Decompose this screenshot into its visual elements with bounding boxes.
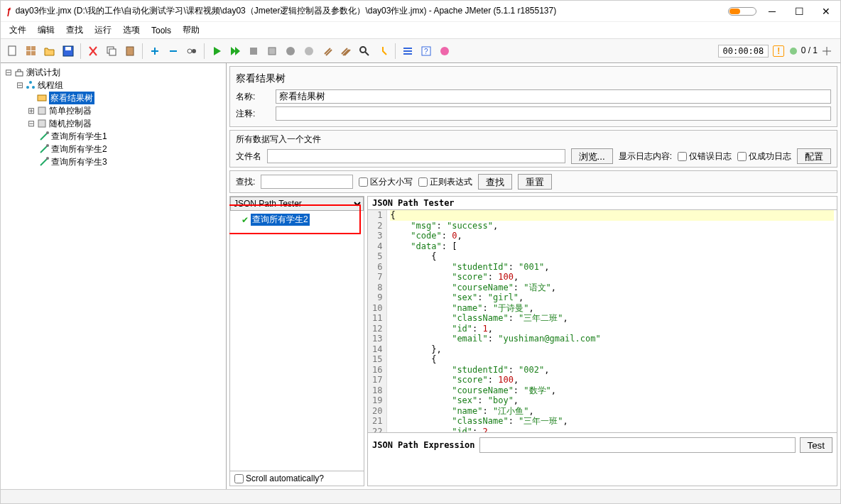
templates-button[interactable] <box>23 43 40 60</box>
expand-button[interactable] <box>146 43 163 60</box>
toggle-button[interactable] <box>183 43 200 60</box>
find-button[interactable]: 查找 <box>478 174 512 190</box>
stop-button[interactable] <box>245 43 262 60</box>
svg-point-33 <box>46 157 49 160</box>
cut-button[interactable] <box>85 43 102 60</box>
help-button[interactable]: ? <box>418 43 435 60</box>
statusbar <box>1 489 840 503</box>
svg-point-15 <box>305 47 313 55</box>
new-button[interactable] <box>4 43 21 60</box>
header-panel: 察看结果树 名称: 注释: <box>229 66 837 127</box>
menu-options[interactable]: 选项 <box>119 23 144 38</box>
svg-rect-28 <box>38 95 46 101</box>
tree-request-1[interactable]: 查询所有学生1 <box>51 130 107 143</box>
svg-rect-1 <box>26 46 31 50</box>
json-viewer[interactable]: 12345678910111213141516171819202122 { "m… <box>368 210 837 432</box>
reset-button[interactable]: 重置 <box>518 174 552 190</box>
comment-input[interactable] <box>276 106 831 121</box>
tree-view-results[interactable]: 察看结果树 <box>49 92 94 104</box>
jsonpath-input[interactable] <box>479 437 796 453</box>
tree-test-plan[interactable]: 测试计划 <box>26 66 60 79</box>
svg-rect-3 <box>26 51 31 55</box>
comment-label: 注释: <box>236 108 271 120</box>
jsonpath-test-button[interactable]: Test <box>800 437 832 453</box>
only-error-checkbox[interactable]: 仅错误日志 <box>678 150 732 163</box>
shutdown-button[interactable] <box>264 43 281 60</box>
menu-search[interactable]: 查找 <box>62 23 87 38</box>
what-button[interactable] <box>436 43 453 60</box>
menu-help[interactable]: 帮助 <box>178 23 204 38</box>
result-item-label: 查询所有学生2 <box>251 214 310 226</box>
menu-run[interactable]: 运行 <box>90 23 116 38</box>
scroll-auto-checkbox[interactable]: Scroll automatically? <box>234 473 324 483</box>
svg-rect-12 <box>250 48 257 55</box>
filename-input[interactable] <box>267 149 565 163</box>
collapse-button[interactable] <box>165 43 182 60</box>
results-tree[interactable]: ✔ 查询所有学生2 <box>230 211 364 471</box>
window-title: day03作业.jmx (D:\我的工作\自动化测试学习\课程视频\day03（… <box>16 5 728 17</box>
tree-simple-controller[interactable]: 简单控制器 <box>49 104 92 117</box>
minimize-button[interactable]: ─ <box>764 6 781 17</box>
open-button[interactable] <box>41 43 58 60</box>
svg-rect-13 <box>268 48 276 55</box>
render-dropdown[interactable]: JSON Path Tester <box>230 197 364 211</box>
maximize-button[interactable]: ☐ <box>791 6 808 17</box>
close-button[interactable]: ✕ <box>818 6 835 17</box>
name-input[interactable] <box>276 89 831 104</box>
clear-all-button[interactable] <box>337 43 354 60</box>
search-input[interactable] <box>261 175 353 189</box>
toolbar-right: 00:00:08 ! 0 / 1 <box>718 45 838 57</box>
detail-tab[interactable]: JSON Path Tester <box>368 197 837 210</box>
function-helper-button[interactable] <box>399 43 416 60</box>
start-noTimers-button[interactable] <box>227 43 244 60</box>
search-label: 查找: <box>236 176 255 188</box>
clear-button[interactable] <box>319 43 336 60</box>
filename-label: 文件名 <box>236 150 261 163</box>
save-button[interactable] <box>60 43 77 60</box>
copy-button[interactable] <box>103 43 120 60</box>
svg-rect-6 <box>65 47 71 50</box>
result-item[interactable]: ✔ 查询所有学生2 <box>233 214 361 226</box>
svg-rect-30 <box>38 120 45 127</box>
content-area: JSON Path Tester ✔ 查询所有学生2 Scroll automa… <box>229 196 837 486</box>
show-log-label: 显示日志内容: <box>619 150 672 163</box>
browse-button[interactable]: 浏览... <box>571 148 613 164</box>
expand-panel-icon[interactable] <box>822 46 832 56</box>
paste-button[interactable] <box>121 43 139 60</box>
tree-random-controller[interactable]: 随机控制器 <box>49 117 92 130</box>
tree-request-2[interactable]: 查询所有学生2 <box>51 143 107 155</box>
svg-rect-19 <box>403 53 412 55</box>
warning-icon[interactable]: ! <box>773 45 784 57</box>
only-success-checkbox[interactable]: 仅成功日志 <box>737 150 791 163</box>
svg-point-11 <box>192 49 196 53</box>
svg-rect-8 <box>109 49 116 55</box>
search-button[interactable] <box>356 43 373 60</box>
main-panel: 察看结果树 名称: 注释: 所有数据写入一个文件 文件名 浏览... 显示日志内… <box>227 63 840 489</box>
battery-icon <box>728 7 756 16</box>
name-label: 名称: <box>236 91 271 103</box>
app-window: ƒ day03作业.jmx (D:\我的工作\自动化测试学习\课程视频\day0… <box>0 0 841 504</box>
svg-text:?: ? <box>424 48 428 55</box>
remote-start-button[interactable] <box>282 43 299 60</box>
tree-request-3[interactable]: 查询所有学生3 <box>51 155 107 168</box>
svg-rect-2 <box>31 46 36 50</box>
case-checkbox[interactable]: 区分大小写 <box>359 176 413 188</box>
tree-thread-group[interactable]: 线程组 <box>38 79 63 92</box>
menu-edit[interactable]: 编辑 <box>33 23 59 38</box>
timer-display: 00:00:08 <box>718 45 769 57</box>
svg-point-10 <box>188 49 192 53</box>
svg-rect-24 <box>16 72 23 76</box>
svg-point-14 <box>286 47 295 55</box>
jsonpath-panel: JSON Path Expression Test <box>368 432 837 457</box>
start-button[interactable] <box>208 43 225 60</box>
remote-stop-button[interactable] <box>300 43 318 60</box>
menu-tools[interactable]: Tools <box>147 24 175 37</box>
file-panel: 所有数据写入一个文件 文件名 浏览... 显示日志内容: 仅错误日志 仅成功日志… <box>229 130 837 168</box>
regex-checkbox[interactable]: 正则表达式 <box>418 176 472 188</box>
tree-panel[interactable]: ⊟测试计划 ⊟线程组 察看结果树 ⊞简单控制器 ⊟随机控制器 查询所有学生1 查… <box>1 63 227 489</box>
config-button[interactable]: 配置 <box>797 148 831 164</box>
menu-file[interactable]: 文件 <box>5 23 31 38</box>
reset-search-button[interactable] <box>374 43 391 60</box>
svg-rect-17 <box>403 48 412 49</box>
svg-point-16 <box>360 47 366 53</box>
